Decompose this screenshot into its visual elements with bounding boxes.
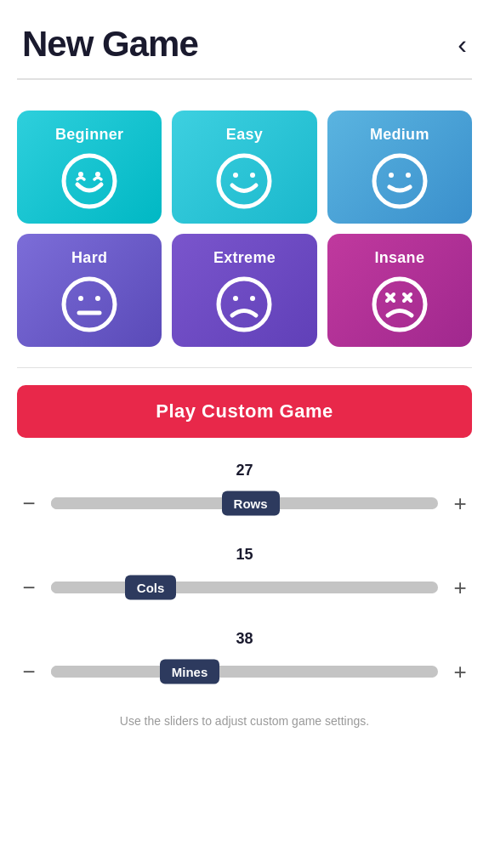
slider-value-rows: 27 xyxy=(17,462,472,479)
page-title: New Game xyxy=(22,24,198,65)
slider-value-cols: 15 xyxy=(17,546,472,564)
svg-point-16 xyxy=(374,279,425,330)
slider-track-wrap-mines[interactable]: Mines xyxy=(51,653,438,690)
svg-point-15 xyxy=(250,296,255,301)
difficulty-card-medium[interactable]: Medium xyxy=(327,111,472,224)
svg-point-0 xyxy=(64,156,115,207)
difficulty-card-hard[interactable]: Hard xyxy=(17,234,162,347)
face-icon-extreme xyxy=(215,275,273,333)
slider-row-cols: 15 − Cols + xyxy=(17,546,472,606)
svg-point-14 xyxy=(233,296,238,301)
slider-controls-cols: − Cols + xyxy=(17,569,472,606)
custom-game-button[interactable]: Play Custom Game xyxy=(17,385,472,438)
slider-minus-cols[interactable]: − xyxy=(17,575,41,601)
face-icon-easy xyxy=(215,152,273,210)
svg-point-2 xyxy=(95,172,100,177)
difficulty-label-beginner: Beginner xyxy=(55,126,123,144)
face-icon-hard xyxy=(60,275,118,333)
difficulty-card-beginner[interactable]: Beginner xyxy=(17,111,162,224)
difficulty-label-extreme: Extreme xyxy=(213,249,276,267)
slider-track-wrap-rows[interactable]: Rows xyxy=(51,485,438,522)
slider-thumb-rows[interactable]: Rows xyxy=(222,491,280,516)
back-icon[interactable]: ‹ xyxy=(458,29,467,60)
difficulty-grid: Beginner Easy Medium Hard xyxy=(0,97,489,360)
slider-thumb-cols[interactable]: Cols xyxy=(125,576,177,600)
slider-value-mines: 38 xyxy=(17,630,472,648)
svg-point-10 xyxy=(78,296,83,301)
svg-point-3 xyxy=(219,156,270,207)
slider-plus-cols[interactable]: + xyxy=(448,575,472,601)
svg-point-1 xyxy=(78,172,83,177)
difficulty-label-hard: Hard xyxy=(71,249,107,267)
slider-plus-mines[interactable]: + xyxy=(448,659,472,685)
slider-track-mines xyxy=(51,666,438,678)
slider-row-rows: 27 − Rows + xyxy=(17,462,472,522)
slider-plus-rows[interactable]: + xyxy=(448,491,472,517)
svg-point-4 xyxy=(233,173,238,178)
face-icon-insane xyxy=(371,275,429,333)
sliders-section: 27 − Rows + 15 − Cols + 38 − xyxy=(0,462,489,690)
difficulty-label-easy: Easy xyxy=(226,126,263,144)
slider-controls-rows: − Rows + xyxy=(17,485,472,522)
svg-point-11 xyxy=(95,296,100,301)
face-icon-medium xyxy=(371,152,429,210)
header: New Game ‹ xyxy=(0,0,489,78)
slider-thumb-mines[interactable]: Mines xyxy=(160,660,220,684)
svg-point-8 xyxy=(406,173,411,178)
svg-point-6 xyxy=(374,156,425,207)
svg-point-13 xyxy=(219,279,270,330)
slider-track-wrap-cols[interactable]: Cols xyxy=(51,569,438,606)
header-divider xyxy=(17,78,472,80)
difficulty-card-insane[interactable]: Insane xyxy=(327,234,472,347)
difficulty-label-medium: Medium xyxy=(370,126,429,144)
difficulty-label-insane: Insane xyxy=(374,249,424,267)
svg-point-7 xyxy=(389,173,394,178)
difficulty-card-extreme[interactable]: Extreme xyxy=(172,234,316,347)
slider-row-mines: 38 − Mines + xyxy=(17,630,472,690)
slider-hint: Use the sliders to adjust custom game se… xyxy=(0,714,489,745)
difficulty-card-easy[interactable]: Easy xyxy=(172,111,316,224)
slider-minus-mines[interactable]: − xyxy=(17,659,41,685)
svg-point-9 xyxy=(64,279,115,330)
slider-minus-rows[interactable]: − xyxy=(17,491,41,517)
slider-track-cols xyxy=(51,582,438,593)
svg-point-5 xyxy=(250,173,255,178)
difficulty-divider xyxy=(17,367,472,369)
slider-controls-mines: − Mines + xyxy=(17,653,472,690)
face-icon-beginner xyxy=(60,152,118,210)
